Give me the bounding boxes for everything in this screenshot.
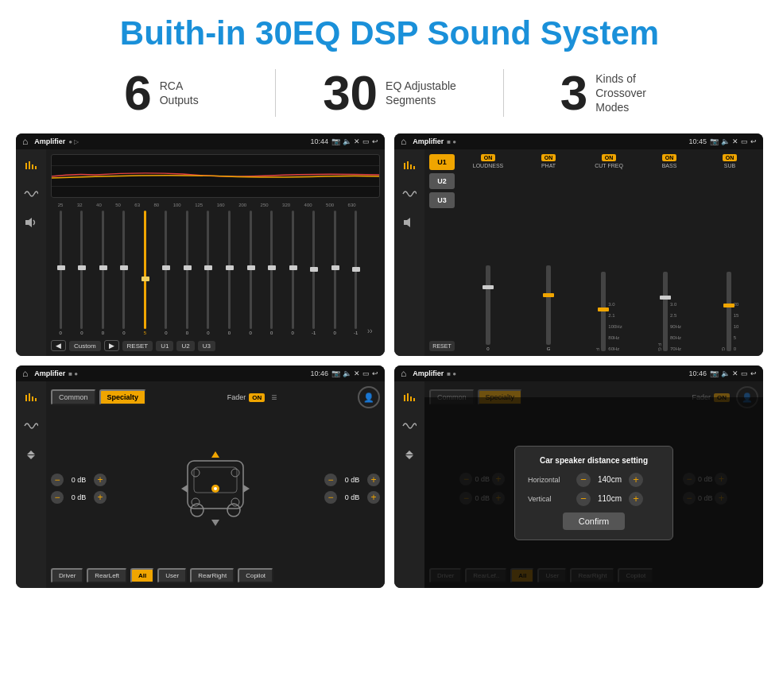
eq-slider-3[interactable]: 0 xyxy=(114,211,134,335)
eq-reset-button[interactable]: RESET xyxy=(122,341,153,351)
crossover-screen-content: U1 U2 U3 RESET ON LOUDNESS 0 xyxy=(394,149,763,356)
svg-marker-30 xyxy=(211,520,219,526)
eq-slider-14[interactable]: -1 xyxy=(346,211,366,335)
crossover-time: 10:45 xyxy=(688,137,707,145)
eq-slider-8[interactable]: 0 xyxy=(219,211,239,335)
eq-slider-11[interactable]: 0 xyxy=(283,211,303,335)
fader-db4-minus[interactable]: − xyxy=(324,491,337,504)
eq-slider-4[interactable]: 5 xyxy=(135,211,155,335)
crossover-reset-button[interactable]: RESET xyxy=(429,341,455,351)
fader-db1-plus[interactable]: + xyxy=(94,474,107,486)
dialog-sidebar-wave[interactable] xyxy=(400,416,419,435)
eq-u2-button[interactable]: U2 xyxy=(176,341,194,351)
horizontal-plus-button[interactable]: + xyxy=(629,473,643,487)
eq-slider-9[interactable]: 0 xyxy=(241,211,261,335)
fader-specialty-tab[interactable]: Specialty xyxy=(99,389,147,405)
eq-slider-5[interactable]: 0 xyxy=(157,211,176,335)
fader-db1-minus[interactable]: − xyxy=(51,474,64,486)
fader-db4-plus[interactable]: + xyxy=(367,491,380,504)
confirm-button[interactable]: Confirm xyxy=(563,512,626,530)
dialog-sidebar-eq[interactable] xyxy=(400,388,419,407)
crossover-back-icon[interactable]: ↩ xyxy=(750,137,757,145)
eq-play-button[interactable]: ▶ xyxy=(104,340,119,351)
crossover-app-name: Amplifier xyxy=(413,137,444,145)
dialog-camera-icon: 📷 xyxy=(710,369,719,377)
eq-slider-13[interactable]: 0 xyxy=(325,211,345,335)
crossover-sidebar-wave[interactable] xyxy=(400,184,419,203)
crossover-sidebar-vol[interactable] xyxy=(400,213,419,232)
eq-slider-2[interactable]: 0 xyxy=(93,211,113,335)
fader-all-button[interactable]: All xyxy=(130,568,154,583)
eq-prev-button[interactable]: ◀ xyxy=(51,340,66,351)
loudness-value: 0 xyxy=(486,346,489,351)
eq-u1-button[interactable]: U1 xyxy=(156,341,173,351)
fader-sidebar-wave[interactable] xyxy=(21,416,41,435)
fader-sidebar-eq[interactable] xyxy=(21,388,41,407)
fader-db-row-2: − 0 dB + xyxy=(51,491,107,504)
sub-label: SUB xyxy=(724,163,735,168)
eq-sidebar-equalizer[interactable] xyxy=(21,156,41,175)
dialog-title: Car speaker distance setting xyxy=(528,456,660,465)
fader-label: Fader xyxy=(227,393,246,401)
fader-home-icon[interactable]: ⌂ xyxy=(22,368,28,379)
eq-slider-10[interactable]: 0 xyxy=(262,211,281,335)
horizontal-value: 140cm xyxy=(594,475,626,484)
crossover-sidebar-eq[interactable] xyxy=(400,156,419,175)
stats-row: 6 RCA Outputs 30 EQ Adjustable Segments … xyxy=(0,60,779,129)
crossover-close-icon: ✕ xyxy=(732,137,738,145)
dialog-close-icon: ✕ xyxy=(732,369,738,377)
eq-sidebar xyxy=(16,149,46,356)
eq-sidebar-wave[interactable] xyxy=(21,184,41,203)
channel-sub: ON SUB G 20 15 10 5 0 xyxy=(701,154,758,351)
back-icon[interactable]: ↩ xyxy=(372,137,378,145)
crossover-u1-button[interactable]: U1 xyxy=(429,154,455,170)
fader-user-icon[interactable]: 👤 xyxy=(358,386,380,408)
eq-slider-12[interactable]: -1 xyxy=(304,211,324,335)
eq-slider-7[interactable]: 0 xyxy=(199,211,219,335)
fader-db2-plus[interactable]: + xyxy=(94,491,107,504)
crossover-channels-area: ON LOUDNESS 0 ON PHAT G xyxy=(459,154,758,351)
channel-bass: ON BASS F G 3.0 2.5 90Hz 80Hz 70Hz xyxy=(641,154,698,351)
svg-marker-18 xyxy=(27,455,35,459)
fader-common-tab[interactable]: Common xyxy=(51,389,96,405)
crossover-u2-button[interactable]: U2 xyxy=(429,173,455,189)
eq-custom-button[interactable]: Custom xyxy=(69,341,101,351)
fader-db3-minus[interactable]: − xyxy=(324,474,337,486)
crossover-home-icon[interactable]: ⌂ xyxy=(401,136,406,147)
eq-slider-1[interactable]: 0 xyxy=(72,211,92,335)
crossover-status-bar: ⌂ Amplifier ■ ● 10:45 📷 🔈 ✕ ▭ ↩ xyxy=(394,133,763,149)
stat-eq: 30 EQ Adjustable Segments xyxy=(276,68,503,118)
vertical-minus-button[interactable]: − xyxy=(576,492,591,506)
eq-sidebar-volume[interactable] xyxy=(21,213,41,232)
crossover-vol-icon: 🔈 xyxy=(721,137,730,145)
crossover-u3-button[interactable]: U3 xyxy=(429,192,455,208)
eq-slider-0[interactable]: 0 xyxy=(51,211,71,335)
vertical-plus-button[interactable]: + xyxy=(629,492,643,506)
stat-eq-label: EQ Adjustable Segments xyxy=(386,79,456,107)
dialog-back-icon[interactable]: ↩ xyxy=(750,369,757,377)
fader-rearleft-button[interactable]: RearLeft xyxy=(87,568,127,583)
fader-user-button[interactable]: User xyxy=(157,568,187,583)
fader-driver-button[interactable]: Driver xyxy=(51,568,83,583)
fader-db2-minus[interactable]: − xyxy=(51,491,64,504)
fader-back-icon[interactable]: ↩ xyxy=(372,369,378,377)
dialog-vol-icon: 🔈 xyxy=(721,369,730,377)
dialog-home-icon[interactable]: ⌂ xyxy=(401,368,406,379)
dialog-sidebar-expand[interactable] xyxy=(400,445,419,464)
eq-freq-labels: 25 32 40 50 63 80 100 125 160 200 250 32… xyxy=(51,203,380,207)
fader-db3-plus[interactable]: + xyxy=(367,474,380,486)
fader-rect-icon: ▭ xyxy=(362,369,370,377)
fader-sidebar-expand[interactable] xyxy=(21,445,41,464)
fader-close-icon: ✕ xyxy=(354,369,360,377)
home-icon[interactable]: ⌂ xyxy=(22,136,28,147)
horizontal-minus-button[interactable]: − xyxy=(576,473,591,487)
svg-point-24 xyxy=(214,487,217,490)
screens-grid: ⌂ Amplifier ● ▷ 10:44 📷 🔈 ✕ ▭ ↩ xyxy=(0,129,779,596)
phat-label: PHAT xyxy=(541,163,556,168)
fader-copilot-button[interactable]: Copilot xyxy=(238,568,273,583)
eq-slider-6[interactable]: 0 xyxy=(177,211,197,335)
eq-u3-button[interactable]: U3 xyxy=(198,341,215,351)
eq-screen: ⌂ Amplifier ● ▷ 10:44 📷 🔈 ✕ ▭ ↩ xyxy=(16,133,385,356)
fader-on-badge: ON xyxy=(249,393,265,402)
fader-rearright-button[interactable]: RearRight xyxy=(190,568,234,583)
